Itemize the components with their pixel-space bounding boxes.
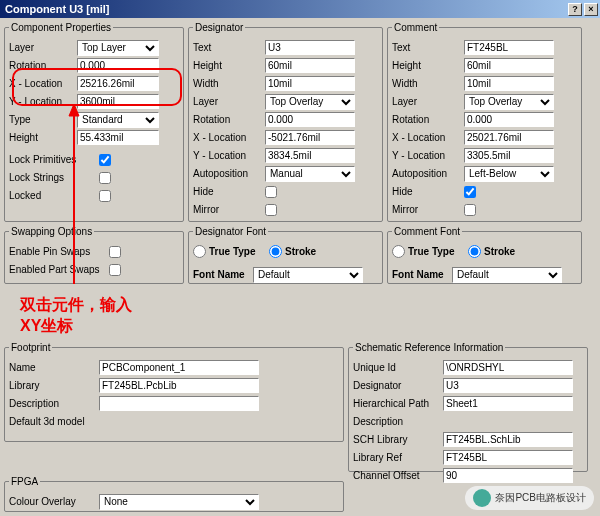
designator-legend: Designator [193,22,245,33]
com-mirror-label: Mirror [392,204,464,215]
com-layer-select[interactable]: Top Overlay [464,94,554,110]
dfont-truetype-radio[interactable] [193,245,206,258]
des-hide-checkbox[interactable] [265,186,277,198]
fp-name-input[interactable] [99,360,259,375]
des-layer-label: Layer [193,96,265,107]
des-yloc-label: Y - Location [193,150,265,161]
cfont-name-select[interactable]: Default [452,267,562,283]
des-text-input[interactable] [265,40,355,55]
com-height-input[interactable] [464,58,554,73]
dialog-body: Component Properties LayerTop Layer Rota… [0,18,600,516]
com-yloc-input[interactable] [464,148,554,163]
sri-schlib-label: SCH Library [353,434,443,445]
des-height-label: Height [193,60,265,71]
com-text-input[interactable] [464,40,554,55]
com-text-label: Text [392,42,464,53]
sri-co-input[interactable] [443,468,573,483]
des-height-input[interactable] [265,58,355,73]
part-swaps-checkbox[interactable] [109,264,121,276]
pin-swaps-checkbox[interactable] [109,246,121,258]
com-height-label: Height [392,60,464,71]
window-title: Component U3 [mil] [5,3,566,15]
fp-desc-label: Description [9,398,99,409]
yloc-label: Y - Location [9,96,77,107]
comment-group: Comment Text Height Width LayerTop Overl… [387,22,582,222]
cfont-truetype-radio[interactable] [392,245,405,258]
com-rot-input[interactable] [464,112,554,127]
des-width-label: Width [193,78,265,89]
layer-select[interactable]: Top Layer [77,40,159,56]
des-xloc-input[interactable] [265,130,355,145]
fp-desc-input[interactable] [99,396,259,411]
com-hide-checkbox[interactable] [464,186,476,198]
des-xloc-label: X - Location [193,132,265,143]
close-button[interactable]: × [584,3,598,16]
pin-swaps-label: Enable Pin Swaps [9,246,109,257]
xloc-label: X - Location [9,78,77,89]
lock-strings-checkbox[interactable] [99,172,111,184]
com-xloc-input[interactable] [464,130,554,145]
des-mirror-checkbox[interactable] [265,204,277,216]
com-rot-label: Rotation [392,114,464,125]
sri-uid-input[interactable] [443,360,573,375]
height-input[interactable] [77,130,159,145]
des-hide-label: Hide [193,186,265,197]
fp-name-label: Name [9,362,99,373]
com-yloc-label: Y - Location [392,150,464,161]
locked-checkbox[interactable] [99,190,111,202]
com-layer-label: Layer [392,96,464,107]
yloc-input[interactable] [77,94,159,109]
cfont-legend: Comment Font [392,226,462,237]
rotation-input[interactable] [77,58,159,73]
rotation-label: Rotation [9,60,77,71]
cfont-name-label: Font Name [392,269,452,280]
des-layer-select[interactable]: Top Overlay [265,94,355,110]
des-auto-label: Autoposition [193,168,265,179]
help-button[interactable]: ? [568,3,582,16]
com-width-input[interactable] [464,76,554,91]
des-width-input[interactable] [265,76,355,91]
fp-lib-input[interactable] [99,378,259,393]
com-hide-label: Hide [392,186,464,197]
designator-group: Designator Text Height Width LayerTop Ov… [188,22,383,222]
watermark-text: 奈因PCB电路板设计 [495,491,586,505]
des-yloc-input[interactable] [265,148,355,163]
locked-label: Locked [9,190,99,201]
lock-primitives-checkbox[interactable] [99,154,111,166]
titlebar: Component U3 [mil] ? × [0,0,600,18]
des-text-label: Text [193,42,265,53]
sri-legend: Schematic Reference Information [353,342,505,353]
dfont-tt-label: True Type [209,246,269,257]
comment-font-group: Comment Font True TypeStroke Font NameDe… [387,226,582,284]
des-mirror-label: Mirror [193,204,265,215]
dfont-stroke-radio[interactable] [269,245,282,258]
sri-schlib-input[interactable] [443,432,573,447]
cfont-tt-label: True Type [408,246,468,257]
dfont-name-select[interactable]: Default [253,267,363,283]
component-properties-group: Component Properties LayerTop Layer Rota… [4,22,184,222]
fpga-co-select[interactable]: None [99,494,259,510]
com-auto-select[interactable]: Left-Below [464,166,554,182]
sri-hp-input[interactable] [443,396,573,411]
height-label: Height [9,132,77,143]
des-rot-label: Rotation [193,114,265,125]
footprint-group: Footprint Name Library Description Defau… [4,342,344,442]
cfont-stroke-label: Stroke [484,246,552,257]
designator-font-group: Designator Font True TypeStroke Font Nam… [188,226,383,284]
swp-legend: Swapping Options [9,226,94,237]
com-mirror-checkbox[interactable] [464,204,476,216]
xloc-input[interactable] [77,76,159,91]
watermark: 奈因PCB电路板设计 [465,486,594,510]
layer-label: Layer [9,42,77,53]
des-rot-input[interactable] [265,112,355,127]
dfont-name-label: Font Name [193,269,253,280]
des-auto-select[interactable]: Manual [265,166,355,182]
cfont-stroke-radio[interactable] [468,245,481,258]
schematic-ref-group: Schematic Reference Information Unique I… [348,342,588,472]
type-label: Type [9,114,77,125]
sri-des-input[interactable] [443,378,573,393]
sri-libref-input[interactable] [443,450,573,465]
lock-primitives-label: Lock Primitives [9,154,99,165]
com-width-label: Width [392,78,464,89]
type-select[interactable]: Standard [77,112,159,128]
